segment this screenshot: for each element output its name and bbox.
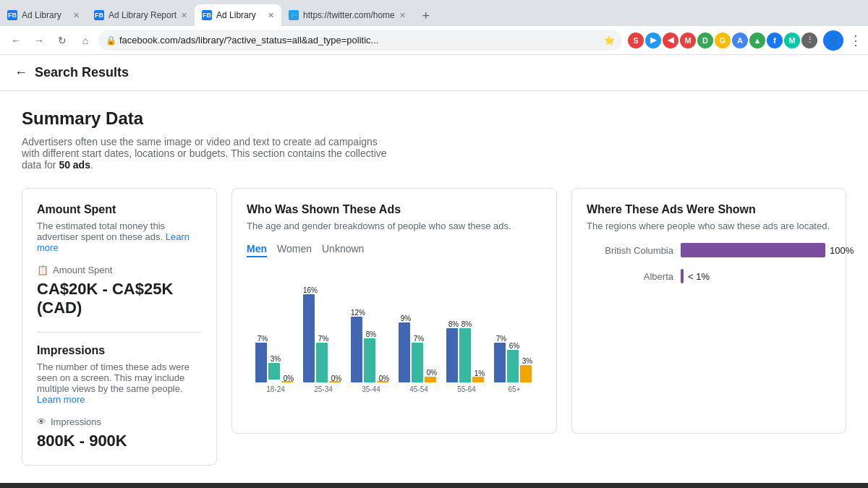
gender-tab-unknown[interactable]: Unknown — [322, 243, 364, 257]
summary-desc-suffix: . — [90, 159, 93, 171]
bar-unknown-35-44 — [377, 381, 388, 382]
tab-1-close[interactable]: ✕ — [73, 11, 80, 20]
region-pct-bc: 100% — [830, 245, 854, 256]
bar-chart: 7% 3% 0% 18-24 16% — [247, 269, 542, 401]
amount-card-title: Amount Spent — [37, 203, 202, 216]
search-results-header: ← Search Results — [0, 55, 868, 91]
bar-women-45-54 — [412, 343, 423, 382]
chrome-menu[interactable]: ⋮ — [849, 33, 862, 48]
tab-3-favicon: FB — [202, 10, 212, 20]
svg-text:8%: 8% — [366, 330, 377, 338]
tab-bar: FB Ad Library ✕ FB Ad Library Report ✕ F… — [0, 0, 868, 26]
impressions-learn-more[interactable]: Learn more — [37, 394, 85, 405]
reload-button[interactable]: ↻ — [52, 30, 72, 51]
back-button[interactable]: ← — [6, 30, 26, 51]
impressions-icon: 👁 — [37, 416, 46, 427]
impressions-label-row: 👁 Impressions — [37, 416, 202, 427]
ext-icon-10[interactable]: M — [784, 33, 800, 48]
ext-icon-8[interactable]: ▲ — [749, 33, 765, 48]
age-group-18-24: 7% 3% 0% 18-24 — [255, 335, 294, 393]
age-group-25-34: 16% 7% 0% 25-34 — [303, 286, 341, 393]
bar-unknown-45-54 — [425, 377, 436, 382]
ext-icon-5[interactable]: D — [697, 33, 713, 48]
nav-bar: ← → ↻ ⌂ 🔒 facebook.com/ads/library/?acti… — [0, 26, 868, 55]
bar-women-35-44 — [364, 338, 375, 382]
impressions-value: 800K - 900K — [37, 432, 202, 450]
bar-men-45-54 — [399, 322, 410, 382]
tab-3-title: Ad Library — [216, 10, 263, 20]
svg-text:7%: 7% — [318, 335, 329, 343]
summary-ad-count: 50 ads — [59, 159, 90, 171]
region-pct-ab: < 1% — [688, 271, 710, 282]
new-tab-button[interactable]: + — [416, 6, 436, 26]
gender-tab-men[interactable]: Men — [247, 243, 267, 257]
url-bar[interactable]: 🔒 facebook.com/ads/library/?active_statu… — [98, 30, 622, 51]
ext-icon-11[interactable]: ⋮ — [801, 33, 817, 48]
impressions-label-text: Impressions — [51, 416, 101, 427]
browser-window: FB Ad Library ✕ FB Ad Library Report ✕ F… — [0, 0, 868, 483]
svg-text:65+: 65+ — [509, 385, 521, 393]
extension-icons: S ▶ ◀ M D G A ▲ f M ⋮ — [628, 33, 817, 48]
bar-women-55-64 — [459, 328, 471, 382]
svg-text:12%: 12% — [351, 309, 365, 317]
ext-icon-6[interactable]: G — [715, 33, 731, 48]
region-bar-wrap-ab: < 1% — [681, 269, 831, 283]
tab-2[interactable]: FB Ad Library Report ✕ — [87, 4, 195, 26]
ext-icon-2[interactable]: ▶ — [645, 33, 661, 48]
summary-title: Summary Data — [22, 108, 846, 129]
summary-section: Summary Data Advertisers often use the s… — [0, 91, 868, 483]
who-shown-card: Who Was Shown These Ads The age and gend… — [231, 188, 557, 434]
tab-4[interactable]: 🐦 https://twitter.com/home ✕ — [281, 4, 413, 26]
tab-2-close[interactable]: ✕ — [181, 11, 187, 20]
who-shown-title: Who Was Shown These Ads — [247, 203, 542, 216]
svg-text:0%: 0% — [427, 369, 438, 377]
age-group-65plus: 7% 6% 3% 65+ — [494, 335, 532, 393]
amount-icon: 📋 — [37, 265, 48, 275]
age-group-55-64: 8% 8% 1% 55-64 — [446, 320, 485, 393]
region-bars: British Columbia 100% Alberta < 1% — [587, 243, 831, 283]
where-shown-desc: The regions where people who saw these a… — [587, 221, 831, 231]
tab-1-favicon: FB — [7, 10, 17, 20]
ext-icon-1[interactable]: S — [628, 33, 644, 48]
amount-label-text: Amount Spent — [53, 265, 112, 275]
region-name-ab: Alberta — [587, 271, 673, 282]
impressions-desc: The number of times these ads were seen … — [37, 361, 202, 405]
ext-icon-7[interactable]: A — [732, 33, 748, 48]
impressions-title: Impressions — [37, 344, 202, 357]
card-divider — [37, 332, 202, 333]
tab-4-favicon: 🐦 — [289, 10, 299, 20]
profile-icon[interactable]: 👤 — [823, 30, 843, 51]
tab-1[interactable]: FB Ad Library ✕ — [0, 4, 87, 26]
page-content: ← Search Results Summary Data Advertiser… — [0, 55, 868, 483]
page-back-button[interactable]: ← — [14, 65, 27, 80]
region-row-ab: Alberta < 1% — [587, 269, 831, 283]
region-name-bc: British Columbia — [587, 245, 673, 256]
svg-text:8%: 8% — [448, 320, 459, 328]
gender-tab-women[interactable]: Women — [277, 243, 312, 257]
svg-text:18-24: 18-24 — [266, 385, 285, 393]
svg-text:35-44: 35-44 — [362, 385, 380, 393]
bar-women-25-34 — [316, 343, 328, 382]
region-bar-ab — [681, 269, 684, 283]
home-button[interactable]: ⌂ — [75, 30, 95, 51]
forward-button[interactable]: → — [29, 30, 49, 51]
svg-text:3%: 3% — [522, 357, 533, 365]
bar-men-35-44 — [351, 317, 362, 382]
age-group-35-44: 12% 8% 0% 35-44 — [351, 309, 389, 393]
cards-row: Amount Spent The estimated total money t… — [22, 188, 846, 466]
svg-text:7%: 7% — [258, 335, 268, 343]
where-shown-title: Where These Ads Were Shown — [587, 203, 831, 216]
tab-3-close[interactable]: ✕ — [268, 11, 274, 20]
tab-2-favicon: FB — [94, 10, 104, 20]
url-text: facebook.com/ads/library/?active_status=… — [119, 35, 601, 46]
tab-4-close[interactable]: ✕ — [399, 11, 406, 20]
tab-4-title: https://twitter.com/home — [303, 10, 395, 20]
svg-text:1%: 1% — [475, 369, 485, 377]
bar-men-25-34 — [303, 294, 315, 382]
ext-icon-4[interactable]: M — [680, 33, 696, 48]
ext-icon-9[interactable]: f — [767, 33, 783, 48]
tab-3[interactable]: FB Ad Library ✕ — [195, 4, 281, 26]
bar-women-65plus — [507, 350, 519, 382]
ext-icon-3[interactable]: ◀ — [663, 33, 678, 48]
summary-description: Advertisers often use the same image or … — [22, 136, 398, 171]
